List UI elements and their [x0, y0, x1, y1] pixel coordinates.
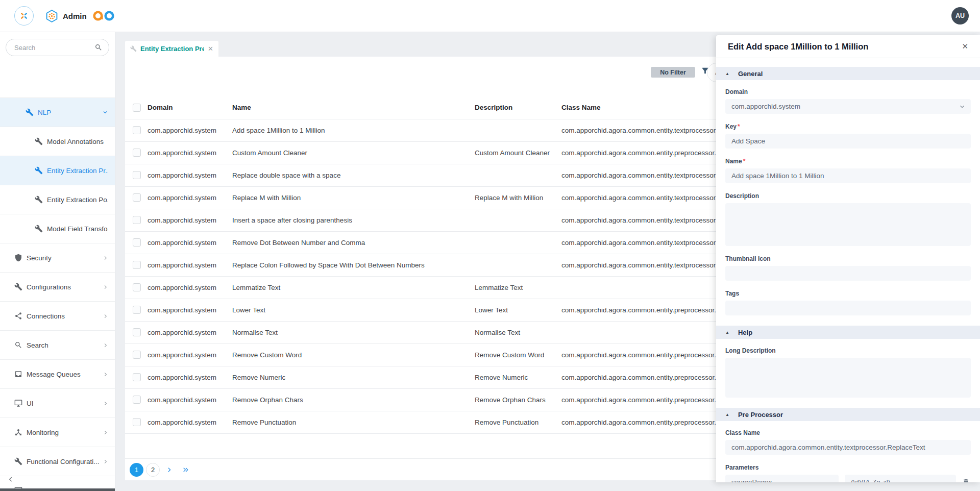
- delete-parameter-icon[interactable]: [962, 478, 970, 482]
- chevron-left-icon: [7, 476, 14, 483]
- user-avatar[interactable]: AU: [951, 7, 969, 24]
- sidebar-item-model-field-transfo[interactable]: Model Field Transfo...: [0, 214, 115, 243]
- sidebar-item-label: Configurations: [27, 283, 71, 291]
- cell-description: Normalise Text: [475, 321, 561, 343]
- column-header-domain[interactable]: Domain: [148, 96, 232, 119]
- tags-input[interactable]: [725, 301, 971, 315]
- row-checkbox[interactable]: [133, 328, 141, 336]
- cell-domain: com.apporchid.system: [148, 366, 232, 388]
- panel-close-icon[interactable]: ✕: [962, 42, 968, 51]
- sidebar-nav: NLPModel AnnotationsEntity Extraction Pr…: [0, 97, 115, 491]
- last-page-button[interactable]: [179, 463, 192, 477]
- row-checkbox[interactable]: [133, 238, 141, 247]
- cell-name: Lemmatize Text: [232, 276, 475, 299]
- row-checkbox[interactable]: [133, 171, 141, 179]
- sidebar-item-entity-extraction-po[interactable]: Entity Extraction Po...: [0, 185, 115, 214]
- name-input[interactable]: [725, 168, 971, 183]
- row-checkbox[interactable]: [133, 126, 141, 134]
- cell-domain: com.apporchid.system: [148, 299, 232, 321]
- page-button-1[interactable]: 1: [130, 463, 143, 477]
- row-checkbox[interactable]: [133, 193, 141, 202]
- ao-logo-icon: [92, 9, 116, 22]
- column-header-description[interactable]: Description: [475, 96, 561, 119]
- cell-domain: com.apporchid.system: [148, 231, 232, 254]
- section-general[interactable]: ▲ General: [716, 67, 980, 80]
- section-pre-processor[interactable]: ▲ Pre Processor: [716, 408, 980, 421]
- sidebar-item-nlp[interactable]: NLP: [0, 98, 115, 127]
- filter-status-badge[interactable]: No Filter: [651, 67, 695, 78]
- select-all-checkbox[interactable]: [133, 104, 141, 112]
- sidebar-item-functional-configurati[interactable]: Functional Configurati...: [0, 447, 115, 476]
- page-button-2[interactable]: 2: [146, 463, 160, 477]
- panel-title: Edit Add space 1Million to 1 Million: [728, 42, 962, 52]
- hub-icon: [14, 428, 22, 436]
- sidebar-collapse-button[interactable]: [7, 476, 14, 485]
- thumbnail-icon-input[interactable]: [725, 266, 971, 281]
- cell-description: [475, 164, 561, 186]
- wrench-icon: [26, 108, 34, 116]
- class-name-input[interactable]: [725, 440, 971, 455]
- row-checkbox[interactable]: [133, 306, 141, 314]
- sidebar-item-ui[interactable]: UI: [0, 389, 115, 418]
- search-icon: [94, 43, 103, 54]
- sidebar-item-label: NLP: [38, 109, 51, 116]
- long-description-textarea[interactable]: [725, 358, 971, 398]
- sidebar-item-configurations[interactable]: Configurations: [0, 273, 115, 302]
- wrench-icon: [35, 225, 43, 233]
- sidebar-item-label: Monitoring: [27, 429, 59, 436]
- sidebar-item-model-annotations[interactable]: Model Annotations: [0, 127, 115, 156]
- description-textarea[interactable]: [725, 203, 971, 246]
- cell-description: Remove Orphan Chars: [475, 388, 561, 411]
- resize-handle-icon[interactable]: [976, 481, 980, 482]
- row-checkbox[interactable]: [133, 283, 141, 291]
- sidebar-item-connections[interactable]: Connections: [0, 302, 115, 331]
- sidebar-item-message-queues[interactable]: Message Queues: [0, 360, 115, 389]
- cell-domain: com.apporchid.system: [148, 141, 232, 164]
- cell-description: Remove Numeric: [475, 366, 561, 388]
- top-header: Admin AU: [0, 0, 980, 32]
- parameter-value-input[interactable]: [845, 475, 956, 482]
- row-checkbox[interactable]: [133, 373, 141, 381]
- sidebar-item-security[interactable]: Security: [0, 243, 115, 273]
- app-menu-button[interactable]: [14, 6, 34, 26]
- row-checkbox[interactable]: [133, 149, 141, 157]
- key-label: Key*: [725, 123, 971, 130]
- cell-description: [475, 119, 561, 141]
- parameter-key-input[interactable]: [725, 475, 839, 482]
- row-checkbox[interactable]: [133, 261, 141, 269]
- sidebar-item-monitoring[interactable]: Monitoring: [0, 418, 115, 447]
- key-input[interactable]: [725, 134, 971, 149]
- cell-description: [475, 254, 561, 276]
- row-checkbox[interactable]: [133, 396, 141, 404]
- sidebar-item-entity-extraction-pr[interactable]: Entity Extraction Pr...: [0, 156, 115, 185]
- parameters-label: Parameters: [725, 464, 971, 471]
- tab-entity-extraction-preprocessors[interactable]: Entity Extraction Prep... ✕: [125, 41, 218, 57]
- tab-close-icon[interactable]: ✕: [208, 45, 213, 52]
- domain-select[interactable]: com.apporchid.system: [725, 99, 971, 114]
- double-chevron-right-icon: [182, 467, 189, 473]
- row-checkbox[interactable]: [133, 418, 141, 426]
- chevron-right-icon: [103, 284, 108, 290]
- section-help[interactable]: ▲ Help: [716, 326, 980, 339]
- cell-description: Lower Text: [475, 299, 561, 321]
- cell-description: Remove Custom Word: [475, 343, 561, 366]
- caret-up-icon: ▲: [725, 412, 729, 417]
- wrench-icon: [35, 195, 43, 204]
- row-checkbox[interactable]: [133, 216, 141, 224]
- cell-name: Normalise Text: [232, 321, 475, 343]
- row-checkbox[interactable]: [133, 351, 141, 359]
- search-input[interactable]: [6, 39, 109, 56]
- wrench-icon: [35, 137, 43, 145]
- column-header-name[interactable]: Name: [232, 96, 475, 119]
- sidebar-item-label: Connections: [27, 312, 65, 320]
- next-page-button[interactable]: [162, 463, 176, 477]
- chevron-down-icon: [959, 103, 966, 110]
- sidebar-item-search[interactable]: Search: [0, 331, 115, 360]
- cell-domain: com.apporchid.system: [148, 343, 232, 366]
- cell-name: Remove Numeric: [232, 366, 475, 388]
- inbox-icon: [14, 370, 22, 378]
- thumbnail-icon-label: Thumbnail Icon: [725, 255, 971, 262]
- shield-icon: [14, 254, 22, 262]
- cell-domain: com.apporchid.system: [148, 411, 232, 433]
- nodes-icon: [14, 312, 22, 320]
